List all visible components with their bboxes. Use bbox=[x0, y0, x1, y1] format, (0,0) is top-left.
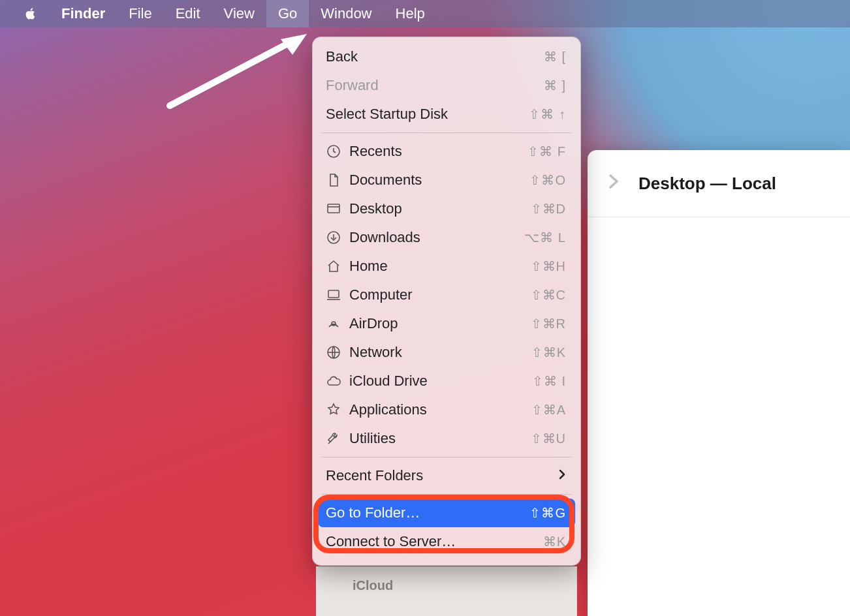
menu-item-select-startup-disk[interactable]: Select Startup Disk ⇧⌘ ↑ bbox=[313, 100, 580, 129]
menu-item-connect-to-server[interactable]: Connect to Server… ⌘K bbox=[313, 527, 580, 556]
menu-item-network[interactable]: Network ⇧⌘K bbox=[313, 338, 580, 367]
svg-rect-1 bbox=[328, 204, 339, 213]
menu-item-recents[interactable]: Recents ⇧⌘ F bbox=[313, 137, 580, 166]
menubar-window[interactable]: Window bbox=[309, 0, 383, 27]
applications-icon bbox=[326, 402, 349, 418]
menu-separator bbox=[322, 457, 571, 457]
finder-sidebar-fragment: iCloud bbox=[316, 566, 577, 616]
home-icon bbox=[326, 258, 349, 274]
menu-item-back[interactable]: Back ⌘ [ bbox=[313, 42, 580, 71]
clock-icon bbox=[326, 144, 349, 159]
menu-separator bbox=[322, 132, 571, 133]
menu-item-icloud-drive[interactable]: iCloud Drive ⇧⌘ I bbox=[313, 367, 580, 395]
submenu-chevron-icon bbox=[558, 467, 566, 484]
menu-item-airdrop[interactable]: AirDrop ⇧⌘R bbox=[313, 309, 580, 338]
menubar-view[interactable]: View bbox=[212, 0, 266, 27]
menu-bar: Finder File Edit View Go Window Help bbox=[0, 0, 850, 27]
menu-item-computer[interactable]: Computer ⇧⌘C bbox=[313, 281, 580, 309]
icloud-icon bbox=[326, 373, 349, 389]
finder-window: Desktop — Local bbox=[588, 150, 850, 616]
download-icon bbox=[326, 230, 349, 245]
finder-title: Desktop — Local bbox=[638, 174, 776, 194]
menu-item-desktop[interactable]: Desktop ⇧⌘D bbox=[313, 194, 580, 223]
airdrop-icon bbox=[326, 316, 349, 331]
go-menu-dropdown: Back ⌘ [ Forward ⌘ ] Select Startup Disk… bbox=[312, 37, 581, 566]
network-icon bbox=[326, 345, 349, 360]
menu-item-utilities[interactable]: Utilities ⇧⌘U bbox=[313, 424, 580, 453]
menubar-app-name[interactable]: Finder bbox=[50, 0, 117, 27]
menubar-file[interactable]: File bbox=[117, 0, 163, 27]
utilities-icon bbox=[326, 431, 349, 446]
finder-toolbar: Desktop — Local bbox=[588, 150, 850, 217]
menu-item-documents[interactable]: Documents ⇧⌘O bbox=[313, 166, 580, 194]
menu-item-go-to-folder[interactable]: Go to Folder… ⇧⌘G bbox=[318, 499, 575, 527]
apple-logo-icon bbox=[24, 7, 38, 21]
chevron-right-icon[interactable] bbox=[607, 171, 620, 196]
menu-item-downloads[interactable]: Downloads ⌥⌘ L bbox=[313, 223, 580, 252]
document-icon bbox=[326, 172, 349, 188]
computer-icon bbox=[326, 287, 349, 303]
sidebar-section-icloud: iCloud bbox=[353, 578, 576, 593]
desktop-icon bbox=[326, 201, 349, 217]
menu-item-forward: Forward ⌘ ] bbox=[313, 71, 580, 100]
menubar-help[interactable]: Help bbox=[384, 0, 437, 27]
apple-menu[interactable] bbox=[12, 0, 50, 27]
menu-separator bbox=[322, 494, 571, 495]
menu-item-home[interactable]: Home ⇧⌘H bbox=[313, 252, 580, 281]
menu-item-applications[interactable]: Applications ⇧⌘A bbox=[313, 395, 580, 424]
svg-rect-3 bbox=[328, 290, 339, 298]
menu-item-recent-folders[interactable]: Recent Folders bbox=[313, 461, 580, 490]
menubar-go[interactable]: Go bbox=[266, 0, 309, 27]
menubar-edit[interactable]: Edit bbox=[164, 0, 212, 27]
